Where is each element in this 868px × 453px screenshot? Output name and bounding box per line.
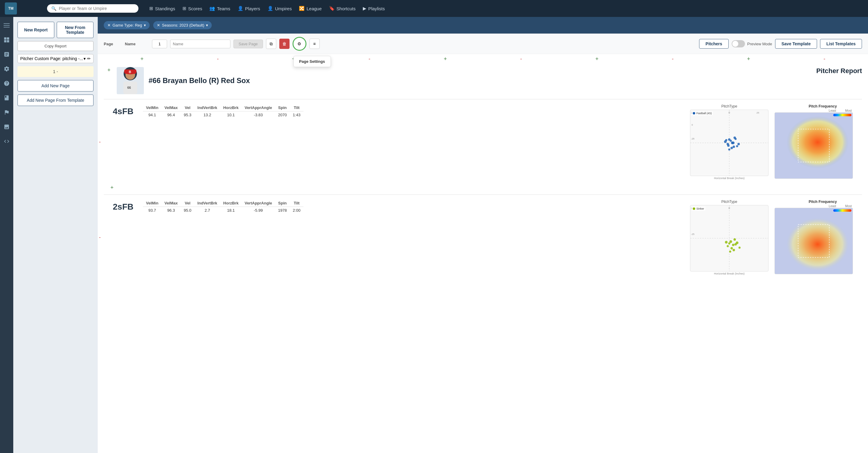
grid-minus-3[interactable]: - — [520, 56, 522, 62]
pitch-header-horzbrk: HorzBrk — [220, 104, 242, 111]
pitch-value: 10.1 — [220, 111, 242, 119]
scatter-dot — [727, 144, 730, 147]
seasons-filter[interactable]: ✕ Seasons: 2023 (Default) ▾ — [153, 21, 212, 29]
shortcuts-icon: 🔖 — [329, 6, 335, 11]
list-templates-button[interactable]: List Templates — [820, 39, 862, 49]
sidebar-help-icon[interactable] — [2, 79, 11, 88]
pitch-value: 95.3 — [181, 111, 194, 119]
scatter-chart-2sfb: PitchType 0 25 -25 Sinker Horizontal Bre… — [690, 200, 769, 275]
page-settings-button[interactable]: ⚙ Page Settings — [292, 37, 306, 51]
freq-chart-2sfb: Pitch Frequency Least Most — [775, 200, 853, 275]
grid-plus-4[interactable]: + — [595, 56, 599, 62]
grid-plus-3[interactable]: + — [444, 56, 447, 62]
pitch-header-velmin: VelMin — [143, 200, 161, 207]
pitch-header-vertapprangle: VertApprAngle — [242, 104, 275, 111]
nav-scores[interactable]: ⊞ Scores — [183, 6, 203, 11]
copy-page-button[interactable]: ⧉ — [266, 39, 276, 49]
copy-report-button[interactable]: Copy Report — [18, 41, 93, 51]
nav-teams[interactable]: 👥 Teams — [209, 6, 230, 11]
chevron-down-icon[interactable]: ▾ — [206, 23, 208, 27]
scatter-plot-2sfb: 0 25 -25 Sinker — [690, 205, 769, 272]
pitch-value: 96.3 — [161, 207, 181, 214]
sidebar-flag-icon[interactable] — [2, 108, 11, 117]
page-item: 1 - — [18, 66, 93, 77]
grid-minus-5[interactable]: - — [824, 56, 825, 62]
pitch-header-indvertbrk: IndVertBrk — [194, 104, 220, 111]
pitch-value: 2.7 — [194, 207, 220, 214]
pitch-header-velmin: VelMin — [143, 104, 161, 111]
pitch-value: 13.2 — [194, 111, 220, 119]
sidebar-menu-icon[interactable] — [2, 21, 11, 30]
pitch-header-vel: Vel — [181, 200, 194, 207]
pitch-value: -3.83 — [242, 111, 275, 119]
game-type-filter[interactable]: ✕ Game Type: Reg ▾ — [104, 21, 150, 29]
scatter-dot — [728, 243, 731, 245]
freq-label-2sfb: Pitch Frequency — [793, 200, 853, 204]
new-from-template-button[interactable]: New From Template — [57, 22, 93, 38]
svg-text:0: 0 — [691, 123, 693, 126]
pitch-type-2sfb: 2sFB — [113, 202, 137, 212]
grid-plus-5[interactable]: + — [747, 56, 750, 62]
sidebar-settings-icon[interactable] — [2, 64, 11, 74]
scores-icon: ⊞ — [183, 6, 186, 11]
lines-button[interactable]: ≡ — [309, 39, 320, 49]
main-content: ✕ Game Type: Reg ▾ ✕ Seasons: 2023 (Defa… — [98, 17, 868, 453]
x-icon[interactable]: ✕ — [107, 23, 111, 27]
gear-icon: ⚙ — [298, 41, 301, 46]
chevron-down-icon[interactable]: ▾ — [144, 23, 146, 27]
new-report-button[interactable]: New Report — [18, 22, 54, 38]
nav-league[interactable]: 🔀 League — [299, 6, 321, 11]
plus-mid[interactable]: + — [111, 185, 114, 191]
search-icon: 🔍 — [51, 6, 56, 11]
preview-mode-toggle[interactable] — [732, 40, 745, 48]
pitch-header-vel: Vel — [181, 104, 194, 111]
x-icon[interactable]: ✕ — [157, 23, 160, 27]
scatter-dot — [733, 146, 735, 148]
sidebar-code-icon[interactable] — [2, 137, 11, 146]
name-input[interactable] — [170, 39, 230, 48]
nav-umpires[interactable]: 👤 Umpires — [268, 6, 292, 11]
nav-shortcuts[interactable]: 🔖 Shortcuts — [329, 6, 355, 11]
add-new-page-button[interactable]: Add New Page — [18, 80, 93, 91]
save-template-button[interactable]: Save Template — [775, 39, 817, 49]
lines-icon: ≡ — [313, 41, 316, 46]
grid-minus-4[interactable]: - — [672, 56, 674, 62]
svg-text:0: 0 — [728, 206, 730, 209]
page-selector[interactable]: Pitcher Custom Page: pitching -... ▾ ✏ — [18, 54, 93, 63]
save-page-button[interactable]: Save Page — [234, 39, 263, 48]
delete-page-button[interactable]: 🗑 — [279, 39, 289, 49]
nav-players[interactable]: 👤 Players — [238, 6, 260, 11]
freq-most-2sfb: Most — [845, 204, 852, 208]
svg-text:25: 25 — [756, 111, 759, 114]
sidebar-book-icon[interactable] — [2, 93, 11, 103]
side-plus-header[interactable]: + — [107, 67, 111, 94]
svg-rect-5 — [4, 40, 7, 43]
scatter-dot — [737, 143, 740, 145]
pitch-header-horzbrk: HorzBrk — [220, 200, 242, 207]
pitchers-button[interactable]: Pitchers — [699, 39, 728, 49]
grid-minus-2[interactable]: - — [369, 56, 370, 62]
sidebar-image-icon[interactable] — [2, 122, 11, 132]
search-bar[interactable]: 🔍 — [47, 4, 138, 13]
sidebar — [0, 17, 13, 453]
grid-minus-1[interactable]: - — [217, 56, 219, 62]
search-input[interactable] — [59, 6, 134, 11]
svg-rect-4 — [7, 37, 9, 40]
preview-mode-toggle-area: Preview Mode — [732, 40, 772, 48]
nav-standings[interactable]: ⊞ Standings — [149, 6, 175, 11]
sidebar-dashboard-icon[interactable] — [2, 35, 11, 45]
page-number-input[interactable] — [152, 39, 167, 48]
minus-2sfb[interactable]: - — [99, 234, 101, 241]
player-info: B 66 #66 Brayan Bello (R) Red Sox — [117, 67, 250, 94]
svg-rect-31 — [775, 208, 852, 274]
svg-text:-25: -25 — [691, 233, 694, 235]
page-controls: Page Name Save Page ⧉ 🗑 ⚙ Page Settings … — [98, 34, 868, 54]
nav-playlists[interactable]: ▶ Playlists — [363, 6, 385, 11]
pitch-value: 94.1 — [143, 111, 161, 119]
svg-text:-25: -25 — [691, 137, 694, 140]
grid-plus-1[interactable]: + — [141, 56, 144, 62]
minus-4sfb[interactable]: - — [99, 139, 101, 145]
sidebar-notes-icon[interactable] — [2, 50, 11, 59]
add-new-page-from-template-button[interactable]: Add New Page From Template — [18, 94, 93, 106]
standings-icon: ⊞ — [149, 6, 153, 11]
